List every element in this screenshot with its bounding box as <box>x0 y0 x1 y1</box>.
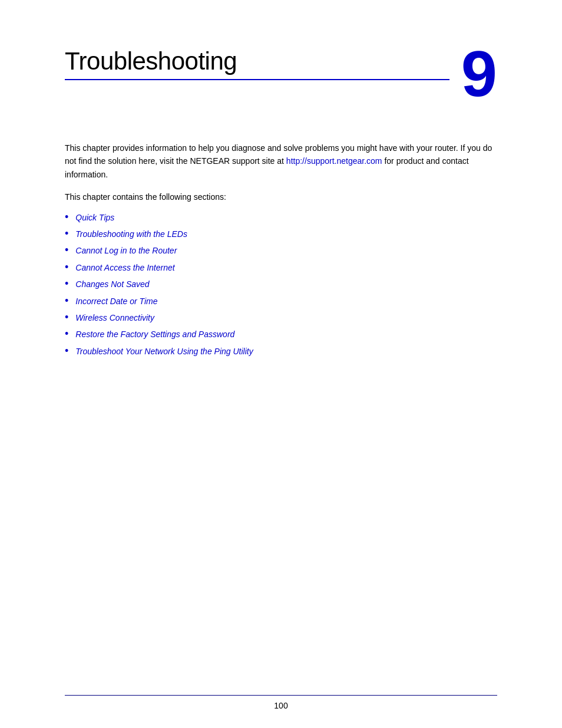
bullet-icon: • <box>65 312 68 322</box>
bullet-icon: • <box>65 278 68 289</box>
toc-list-item: •Cannot Access the Internet <box>65 261 497 274</box>
toc-list-item: •Cannot Log in to the Router <box>65 244 497 257</box>
intro-paragraph-1: This chapter provides information to hel… <box>65 141 497 181</box>
chapter-number: 9 <box>461 41 497 106</box>
bullet-icon: • <box>65 328 68 339</box>
toc-link[interactable]: Wireless Connectivity <box>75 311 154 324</box>
toc-link[interactable]: Cannot Log in to the Router <box>75 244 177 257</box>
bullet-icon: • <box>65 345 68 356</box>
toc-list-item: •Changes Not Saved <box>65 278 497 291</box>
content-area: This chapter provides information to hel… <box>65 141 497 361</box>
page-number: 100 <box>274 701 287 710</box>
toc-link[interactable]: Quick Tips <box>75 211 114 224</box>
chapter-title: Troubleshooting <box>65 47 449 75</box>
toc-link[interactable]: Troubleshooting with the LEDs <box>75 228 187 241</box>
toc-link[interactable]: Changes Not Saved <box>75 278 149 291</box>
toc-list-item: •Troubleshooting with the LEDs <box>65 228 497 241</box>
bullet-icon: • <box>65 228 68 239</box>
bullet-icon: • <box>65 212 68 222</box>
toc-list-item: •Wireless Connectivity <box>65 311 497 324</box>
toc-list-item: •Quick Tips <box>65 211 497 224</box>
page: Troubleshooting 9 This chapter provides … <box>0 0 562 728</box>
bottom-divider <box>65 695 497 696</box>
bullet-icon: • <box>65 245 68 255</box>
toc-link[interactable]: Cannot Access the Internet <box>75 261 174 274</box>
toc-list: •Quick Tips•Troubleshooting with the LED… <box>65 211 497 358</box>
chapter-title-block: Troubleshooting <box>65 47 449 80</box>
toc-link[interactable]: Restore the Factory Settings and Passwor… <box>75 328 234 341</box>
toc-link[interactable]: Incorrect Date or Time <box>75 295 157 308</box>
chapter-divider <box>65 79 449 80</box>
toc-list-item: •Restore the Factory Settings and Passwo… <box>65 328 497 341</box>
chapter-header: Troubleshooting 9 <box>65 47 497 106</box>
sections-intro: This chapter contains the following sect… <box>65 190 497 203</box>
toc-list-item: •Troubleshoot Your Network Using the Pin… <box>65 345 497 358</box>
bullet-icon: • <box>65 262 68 272</box>
netgear-support-link[interactable]: http://support.netgear.com <box>286 156 382 166</box>
toc-list-item: •Incorrect Date or Time <box>65 295 497 308</box>
bullet-icon: • <box>65 295 68 306</box>
toc-link[interactable]: Troubleshoot Your Network Using the Ping… <box>75 345 253 358</box>
